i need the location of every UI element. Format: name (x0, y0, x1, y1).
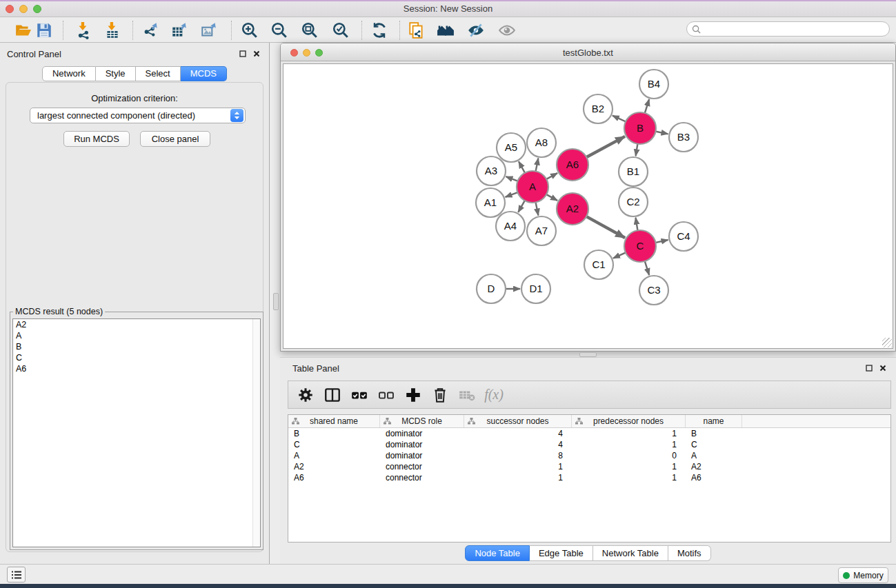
result-item[interactable]: C (13, 352, 260, 363)
network-graph[interactable]: B4B2BB3A5A8A6A3B1AA1C2A2A4A7CC4C1C3DD1 (283, 64, 894, 349)
graph-edge-C-C1[interactable] (613, 252, 627, 258)
tab-mcds[interactable]: MCDS (181, 66, 227, 81)
graph-node-C[interactable]: C (624, 230, 656, 262)
task-history-button[interactable] (7, 567, 26, 582)
float-panel-icon[interactable] (239, 50, 247, 58)
memory-button[interactable]: Memory (838, 567, 888, 583)
result-item[interactable]: A2 (13, 319, 260, 330)
zoom-fit-icon[interactable] (300, 21, 319, 40)
table-row[interactable]: Bdominator41B (288, 428, 890, 439)
show-columns-icon[interactable] (323, 386, 341, 404)
tab-node-table[interactable]: Node Table (465, 545, 530, 561)
tab-edge-table[interactable]: Edge Table (530, 545, 593, 561)
first-neighbors-icon[interactable] (436, 21, 455, 40)
graph-node-A3[interactable]: A3 (477, 156, 506, 185)
graph-node-A5[interactable]: A5 (497, 133, 526, 162)
tab-motifs[interactable]: Motifs (668, 545, 711, 561)
table-row[interactable]: A6connector11A6 (288, 472, 890, 483)
float-table-panel-icon[interactable] (865, 364, 873, 372)
table-settings-gear-icon[interactable] (297, 386, 315, 404)
tab-network[interactable]: Network (42, 66, 96, 81)
hide-selected-icon[interactable] (466, 21, 486, 40)
show-all-icon[interactable] (497, 21, 517, 40)
column-header-MCDS-role[interactable]: MCDS role (380, 415, 464, 427)
graph-edge-C-C3[interactable] (644, 260, 649, 275)
graph-edge-A-A7[interactable] (535, 201, 538, 216)
graph-node-B4[interactable]: B4 (639, 70, 668, 99)
graph-edge-C-C2[interactable] (636, 218, 638, 232)
result-item[interactable]: B (13, 341, 260, 352)
graph-node-B2[interactable]: B2 (584, 94, 613, 123)
deselect-all-icon[interactable] (377, 386, 395, 404)
close-panel-icon[interactable] (252, 50, 261, 58)
import-table-icon[interactable] (103, 21, 122, 40)
import-network-icon[interactable] (74, 21, 93, 40)
vertical-splitter-handle[interactable] (273, 293, 279, 310)
graph-node-A[interactable]: A (517, 171, 548, 203)
graph-node-C4[interactable]: C4 (669, 222, 698, 251)
graph-node-C3[interactable]: C3 (639, 276, 668, 305)
result-item[interactable]: A6 (13, 363, 260, 374)
graph-node-B1[interactable]: B1 (619, 157, 648, 186)
close-table-panel-icon[interactable] (879, 364, 887, 372)
graph-edge-A6-B[interactable] (585, 136, 625, 158)
graph-edge-B-B2[interactable] (613, 116, 627, 123)
graph-node-B[interactable]: B (624, 112, 656, 144)
zoom-out-icon[interactable] (270, 21, 289, 40)
graph-node-D1[interactable]: D1 (521, 274, 550, 303)
zoom-in-icon[interactable] (240, 21, 259, 40)
result-item[interactable]: A (13, 330, 260, 341)
search-field[interactable] (686, 21, 890, 37)
graph-edge-B-B4[interactable] (644, 99, 649, 114)
graph-node-A8[interactable]: A8 (527, 128, 556, 157)
open-file-icon[interactable] (14, 21, 33, 40)
graph-edge-A-A8[interactable] (535, 159, 538, 173)
graph-node-B3[interactable]: B3 (669, 123, 698, 152)
table-cell: 4 (464, 439, 572, 450)
export-table-icon[interactable] (170, 21, 189, 40)
table-row[interactable]: Adominator80A (288, 450, 890, 461)
graph-node-label: A8 (535, 136, 548, 148)
column-header-successor-nodes[interactable]: successor nodes (464, 415, 572, 427)
network-window-titlebar[interactable]: testGlobe.txt (281, 43, 895, 61)
graph-edge-A-A1[interactable] (506, 192, 519, 196)
graph-edge-A2-C[interactable] (585, 216, 625, 238)
delete-column-trash-icon[interactable] (431, 386, 449, 404)
close-panel-button[interactable]: Close panel (140, 131, 210, 147)
graph-node-A7[interactable]: A7 (527, 216, 556, 245)
column-header-shared-name[interactable]: shared name (288, 415, 380, 427)
graph-edge-A-A4[interactable] (518, 199, 525, 212)
table-row[interactable]: A2connector11A2 (288, 461, 890, 472)
column-header-name[interactable]: name (686, 415, 742, 427)
graph-node-A4[interactable]: A4 (496, 212, 525, 241)
run-mcds-button[interactable]: Run MCDS (63, 131, 130, 147)
graph-edge-A-A5[interactable] (519, 161, 526, 174)
graph-node-C1[interactable]: C1 (584, 250, 613, 279)
graph-node-C2[interactable]: C2 (619, 187, 648, 216)
tab-select[interactable]: Select (136, 66, 181, 81)
graph-node-A1[interactable]: A1 (476, 188, 505, 217)
mcds-result-list[interactable]: A2ABCA6 (12, 318, 261, 547)
select-all-icon[interactable] (350, 386, 368, 404)
scrollbar-track[interactable] (252, 319, 260, 547)
horizontal-splitter-handle[interactable] (579, 352, 597, 357)
optimization-criterion-select[interactable]: largest connected component (directed) (30, 108, 246, 123)
resize-grip-icon[interactable] (882, 338, 892, 347)
save-session-icon[interactable] (34, 21, 54, 40)
graph-node-D[interactable]: D (477, 274, 506, 303)
tab-style[interactable]: Style (96, 66, 136, 81)
graph-node-A2[interactable]: A2 (557, 193, 588, 225)
network-canvas[interactable]: B4B2BB3A5A8A6A3B1AA1C2A2A4A7CC4C1C3DD1 (283, 63, 893, 349)
tab-network-table[interactable]: Network Table (593, 545, 668, 561)
table-row[interactable]: Cdominator41C (288, 439, 890, 450)
refresh-icon[interactable] (370, 21, 389, 40)
export-network-icon[interactable] (141, 21, 161, 40)
search-input[interactable] (701, 24, 889, 34)
graph-node-label: C1 (592, 258, 605, 270)
export-image-icon[interactable] (199, 21, 219, 40)
graph-node-A6[interactable]: A6 (557, 149, 588, 181)
column-header-predecessor-nodes[interactable]: predecessor nodes (572, 415, 686, 427)
duplicate-network-icon[interactable] (407, 21, 426, 40)
zoom-selected-icon[interactable] (331, 21, 350, 40)
create-column-plus-icon[interactable] (404, 386, 422, 404)
